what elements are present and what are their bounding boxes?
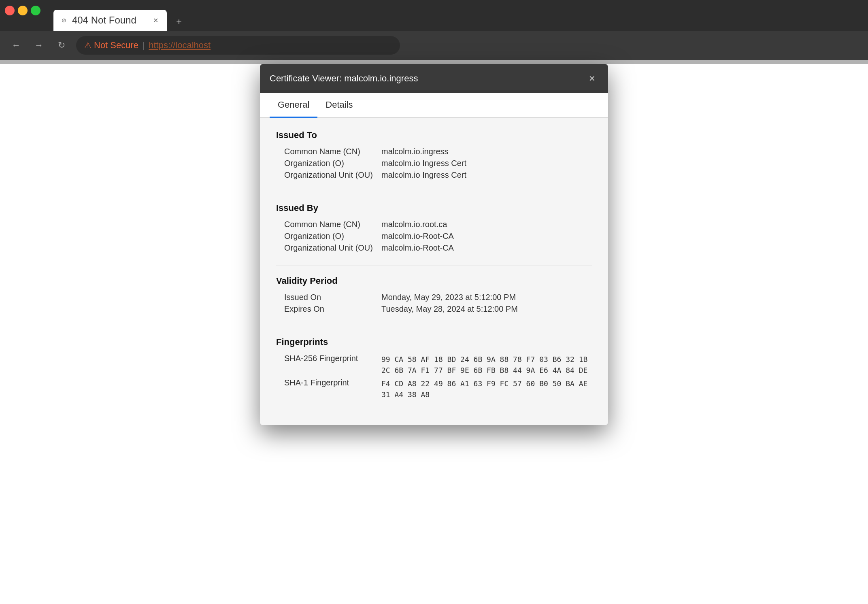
ou-label-issued-to: Organizational Unit (OU) (284, 170, 373, 180)
issued-to-fields: Common Name (CN) malcolm.io.ingress Orga… (276, 147, 592, 180)
url-display: https://localhost (149, 40, 211, 51)
cert-content: Issued To Common Name (CN) malcolm.io.in… (260, 118, 608, 425)
issued-on-value: Monday, May 29, 2023 at 5:12:00 PM (381, 293, 592, 302)
tab-title: 404 Not Found (72, 15, 147, 26)
traffic-lights (0, 0, 45, 21)
certificate-viewer-dialog: Certificate Viewer: malcolm.io.ingress ✕… (260, 64, 608, 425)
tab-close-button[interactable]: ✕ (151, 15, 160, 25)
tab-general[interactable]: General (270, 93, 317, 118)
browser-chrome: ⊘ 404 Not Found ✕ + ← → ↻ ⚠ Not Secure |… (0, 0, 868, 60)
validity-section: Validity Period Issued On Monday, May 29… (276, 276, 592, 314)
ou-label-issued-by: Organizational Unit (OU) (284, 243, 373, 253)
security-warning: ⚠ Not Secure (84, 40, 138, 51)
new-tab-button[interactable]: + (170, 13, 188, 31)
modal-overlay: Certificate Viewer: malcolm.io.ingress ✕… (0, 60, 868, 64)
expires-on-value: Tuesday, May 28, 2024 at 5:12:00 PM (381, 304, 592, 314)
forward-button[interactable]: → (31, 37, 47, 53)
warning-icon: ⚠ (84, 40, 91, 50)
fingerprints-fields: SHA-256 Fingerprint 99 CA 58 AF 18 BD 24… (276, 354, 592, 400)
issued-by-title: Issued By (276, 203, 592, 213)
cn-value-issued-by: malcolm.io.root.ca (381, 220, 592, 229)
browser-tab[interactable]: ⊘ 404 Not Found ✕ (53, 10, 167, 31)
address-separator: | (143, 41, 145, 50)
ou-value-issued-by: malcolm.io-Root-CA (381, 243, 592, 253)
reload-button[interactable]: ↻ (53, 37, 70, 53)
dialog-title: Certificate Viewer: malcolm.io.ingress (270, 73, 418, 84)
address-bar: ← → ↻ ⚠ Not Secure | https://localhost (0, 31, 868, 60)
fingerprints-title: Fingerprints (276, 337, 592, 347)
cert-tabs: General Details (260, 93, 608, 118)
tab-details[interactable]: Details (317, 93, 361, 118)
org-value-issued-by: malcolm.io-Root-CA (381, 232, 592, 241)
expires-on-label: Expires On (284, 304, 373, 314)
org-value-issued-to: malcolm.io Ingress Cert (381, 159, 592, 168)
cn-label-issued-by: Common Name (CN) (284, 220, 373, 229)
org-label-issued-by: Organization (O) (284, 232, 373, 241)
issued-on-label: Issued On (284, 293, 373, 302)
sha256-value: 99 CA 58 AF 18 BD 24 6B 9A 88 78 F7 03 B… (381, 354, 592, 376)
sha256-label: SHA-256 Fingerprint (284, 354, 373, 376)
validity-fields: Issued On Monday, May 29, 2023 at 5:12:0… (276, 293, 592, 314)
issued-to-title: Issued To (276, 130, 592, 140)
issued-by-section: Issued By Common Name (CN) malcolm.io.ro… (276, 203, 592, 253)
address-input[interactable]: ⚠ Not Secure | https://localhost (76, 36, 400, 55)
divider-3 (276, 327, 592, 327)
dialog-close-button[interactable]: ✕ (585, 72, 598, 85)
issued-to-section: Issued To Common Name (CN) malcolm.io.in… (276, 130, 592, 180)
sha1-value: F4 CD A8 22 49 86 A1 63 F9 FC 57 60 B0 5… (381, 378, 592, 400)
org-label-issued-to: Organization (O) (284, 159, 373, 168)
maximize-window-button[interactable] (31, 6, 40, 15)
issued-by-fields: Common Name (CN) malcolm.io.root.ca Orga… (276, 220, 592, 253)
back-button[interactable]: ← (8, 37, 24, 53)
tab-bar: ⊘ 404 Not Found ✕ + (0, 0, 868, 31)
security-label: Not Secure (94, 40, 138, 51)
cn-label-issued-to: Common Name (CN) (284, 147, 373, 156)
cn-value-issued-to: malcolm.io.ingress (381, 147, 592, 156)
divider-2 (276, 266, 592, 266)
validity-title: Validity Period (276, 276, 592, 286)
sha1-label: SHA-1 Fingerprint (284, 378, 373, 400)
fingerprints-section: Fingerprints SHA-256 Fingerprint 99 CA 5… (276, 337, 592, 400)
tab-favicon-icon: ⊘ (60, 16, 68, 24)
close-window-button[interactable] (5, 6, 15, 15)
divider-1 (276, 193, 592, 193)
ou-value-issued-to: malcolm.io Ingress Cert (381, 170, 592, 180)
dialog-header: Certificate Viewer: malcolm.io.ingress ✕ (260, 64, 608, 93)
minimize-window-button[interactable] (18, 6, 28, 15)
